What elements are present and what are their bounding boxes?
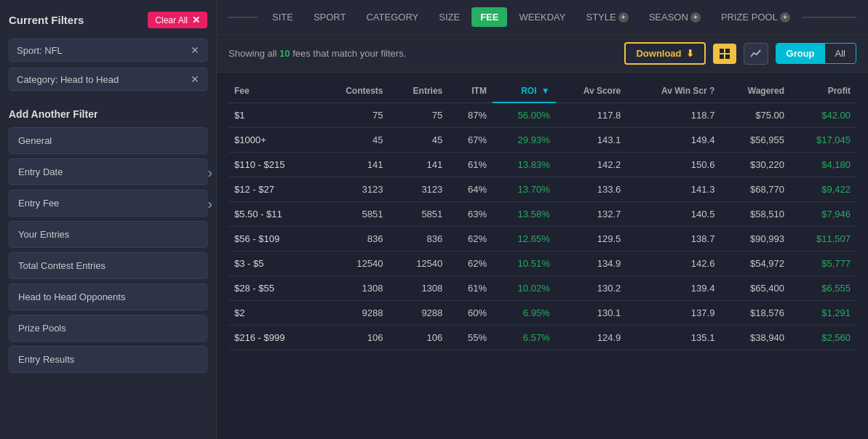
cell-contests: 5851 [318, 202, 389, 227]
filter-item-your-entries[interactable]: Your Entries [9, 221, 207, 248]
cell-itm: 55% [448, 326, 493, 350]
cell-itm: 60% [448, 301, 493, 326]
download-button[interactable]: Download ⬇ [624, 42, 705, 65]
nav-style-plus-icon: + [618, 12, 629, 23]
cell-profit: $42.00 [790, 102, 856, 128]
group-button[interactable]: Group [776, 44, 825, 63]
showing-prefix: Showing all [228, 48, 279, 59]
col-av-score[interactable]: Av Score [556, 78, 627, 102]
cell-roi: 12.65% [493, 227, 556, 251]
cell-roi: 13.58% [493, 202, 556, 227]
clear-all-button[interactable]: Clear All ✕ [148, 12, 207, 28]
nav-prize-pool-plus-icon: + [780, 12, 790, 23]
col-itm[interactable]: ITM [448, 78, 493, 102]
nav-style[interactable]: STYLE + [578, 7, 637, 27]
clear-all-label: Clear All [155, 15, 188, 25]
cell-av-win-scr: 142.6 [626, 251, 720, 276]
remove-filter-sport-icon[interactable]: ✕ [191, 44, 199, 56]
remove-filter-category-icon[interactable]: ✕ [191, 73, 199, 85]
cell-av-win-scr: 149.4 [626, 128, 720, 153]
filter-item-entry-results[interactable]: Entry Results [9, 346, 207, 373]
cell-roi: 6.95% [493, 301, 556, 326]
cell-itm: 62% [448, 251, 493, 276]
cell-contests: 9288 [318, 301, 389, 326]
cell-wagered: $65,400 [720, 276, 790, 301]
nav-line-right [802, 17, 856, 18]
col-profit[interactable]: Profit [790, 78, 856, 102]
svg-rect-1 [725, 49, 730, 53]
cell-av-win-scr: 150.6 [626, 153, 720, 177]
cell-wagered: $90,993 [720, 227, 790, 251]
filter-item-label: Entry Fee [18, 198, 59, 209]
filter-item-entry-date[interactable]: Entry Date › [9, 158, 207, 185]
cell-roi: 13.83% [493, 153, 556, 177]
cell-fee: $110 - $215 [228, 153, 318, 177]
cell-entries: 5851 [389, 202, 448, 227]
table-icon [719, 48, 730, 60]
col-contests[interactable]: Contests [318, 78, 389, 102]
table-row: $216 - $999 106 106 55% 6.57% 124.9 135.… [228, 326, 856, 350]
table-row: $3 - $5 12540 12540 62% 10.51% 134.9 142… [228, 251, 856, 276]
cell-av-win-scr: 118.7 [626, 102, 720, 128]
cell-itm: 63% [448, 202, 493, 227]
filter-item-total-contest-entries[interactable]: Total Contest Entries [9, 252, 207, 279]
sidebar-header: Current Filters Clear All ✕ [9, 12, 207, 28]
table-body: $1 75 75 87% 56.00% 117.8 118.7 $75.00 $… [228, 102, 856, 350]
filter-item-general[interactable]: General [9, 127, 207, 154]
cell-av-score: 142.2 [556, 153, 627, 177]
cell-roi: 56.00% [493, 102, 556, 128]
cell-av-score: 143.1 [556, 128, 627, 153]
nav-site[interactable]: SITE [263, 7, 302, 27]
cell-av-score: 134.9 [556, 251, 627, 276]
cell-av-score: 129.5 [556, 227, 627, 251]
nav-season[interactable]: SEASON + [640, 7, 709, 27]
nav-line-left [228, 17, 258, 18]
nav-weekday[interactable]: WEEKDAY [510, 7, 574, 27]
svg-rect-3 [725, 55, 730, 59]
filter-item-label: Total Contest Entries [18, 260, 105, 271]
all-button[interactable]: All [825, 44, 856, 63]
table-row: $5.50 - $11 5851 5851 63% 13.58% 132.7 1… [228, 202, 856, 227]
table-row: $12 - $27 3123 3123 64% 13.70% 133.6 141… [228, 177, 856, 202]
cell-av-win-scr: 135.1 [626, 326, 720, 350]
filter-tag-label: Category: Head to Head [17, 74, 119, 85]
cell-roi: 10.51% [493, 251, 556, 276]
table-row: $56 - $109 836 836 62% 12.65% 129.5 138.… [228, 227, 856, 251]
filter-tag-label: Sport: NFL [17, 45, 63, 56]
toolbar: Showing all 10 fees that match your filt… [217, 35, 868, 73]
filter-item-entry-fee[interactable]: Entry Fee › [9, 190, 207, 217]
col-entries[interactable]: Entries [389, 78, 448, 102]
nav-sport[interactable]: SPORT [305, 7, 355, 27]
cell-wagered: $58,510 [720, 202, 790, 227]
cell-wagered: $75.00 [720, 102, 790, 128]
filter-item-head-to-head-opponents[interactable]: Head to Head Opponents [9, 283, 207, 310]
nav-prize-pool[interactable]: PRIZE POOL + [712, 7, 799, 27]
filter-item-label: Your Entries [18, 229, 69, 240]
nav-season-plus-icon: + [690, 12, 701, 23]
filter-item-prize-pools[interactable]: Prize Pools [9, 315, 207, 342]
cell-fee: $12 - $27 [228, 177, 318, 202]
cell-profit: $9,422 [790, 177, 856, 202]
svg-rect-0 [720, 49, 724, 53]
cell-contests: 836 [318, 227, 389, 251]
cell-itm: 87% [448, 102, 493, 128]
cell-profit: $7,946 [790, 202, 856, 227]
cell-contests: 141 [318, 153, 389, 177]
cell-profit: $5,777 [790, 251, 856, 276]
nav-style-label: STYLE [586, 12, 616, 23]
showing-text: Showing all 10 fees that match your filt… [228, 48, 617, 59]
nav-category[interactable]: CATEGORY [357, 7, 427, 27]
nav-season-label: SEASON [649, 12, 688, 23]
col-wagered[interactable]: Wagered [720, 78, 790, 102]
cell-av-win-scr: 140.5 [626, 202, 720, 227]
nav-fee[interactable]: FEE [471, 7, 507, 27]
chart-icon-button[interactable] [744, 43, 768, 65]
data-table: Fee Contests Entries ITM ROI ▼ Av Score … [228, 78, 856, 350]
nav-size[interactable]: SIZE [430, 7, 469, 27]
cell-fee: $5.50 - $11 [228, 202, 318, 227]
col-roi[interactable]: ROI ▼ [493, 78, 556, 102]
col-fee[interactable]: Fee [228, 78, 318, 102]
col-av-win-scr[interactable]: Av Win Scr ? [626, 78, 720, 102]
cell-contests: 45 [318, 128, 389, 153]
table-icon-button[interactable] [713, 44, 736, 64]
